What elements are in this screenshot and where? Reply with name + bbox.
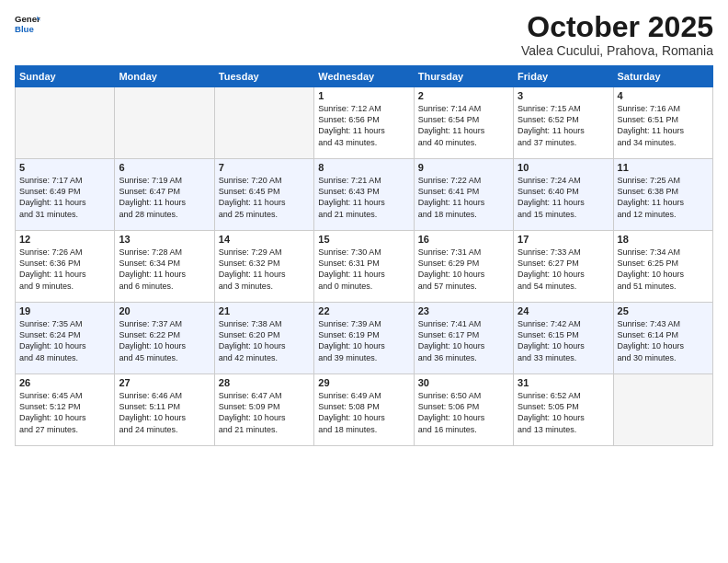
- calendar-cell: 11Sunrise: 7:25 AM Sunset: 6:38 PM Dayli…: [613, 159, 712, 231]
- weekday-header-monday: Monday: [115, 66, 214, 87]
- day-number: 14: [219, 234, 310, 245]
- month-title: October 2025: [521, 11, 713, 43]
- calendar-cell: 27Sunrise: 6:46 AM Sunset: 5:11 PM Dayli…: [115, 374, 214, 446]
- svg-text:Blue: Blue: [15, 24, 34, 34]
- day-number: 16: [418, 234, 509, 245]
- day-number: 25: [618, 305, 709, 316]
- calendar-cell: 16Sunrise: 7:31 AM Sunset: 6:29 PM Dayli…: [414, 231, 513, 303]
- day-number: 17: [518, 234, 609, 245]
- title-block: October 2025 Valea Cucului, Prahova, Rom…: [521, 11, 713, 58]
- calendar-cell: [115, 87, 214, 159]
- day-number: 30: [418, 377, 509, 388]
- weekday-header-friday: Friday: [514, 66, 613, 87]
- cell-info: Sunrise: 6:45 AM Sunset: 5:12 PM Dayligh…: [19, 390, 110, 435]
- calendar-cell: 23Sunrise: 7:41 AM Sunset: 6:17 PM Dayli…: [414, 303, 513, 374]
- cell-info: Sunrise: 6:52 AM Sunset: 5:05 PM Dayligh…: [518, 390, 609, 435]
- cell-info: Sunrise: 7:31 AM Sunset: 6:29 PM Dayligh…: [418, 247, 509, 292]
- calendar-table: SundayMondayTuesdayWednesdayThursdayFrid…: [15, 65, 713, 446]
- calendar-cell: 22Sunrise: 7:39 AM Sunset: 6:19 PM Dayli…: [314, 303, 414, 374]
- day-number: 4: [618, 90, 709, 101]
- cell-info: Sunrise: 7:35 AM Sunset: 6:24 PM Dayligh…: [19, 318, 110, 363]
- calendar-cell: 28Sunrise: 6:47 AM Sunset: 5:09 PM Dayli…: [214, 374, 313, 446]
- calendar-cell: 4Sunrise: 7:16 AM Sunset: 6:51 PM Daylig…: [613, 87, 712, 159]
- cell-info: Sunrise: 7:42 AM Sunset: 6:15 PM Dayligh…: [518, 318, 609, 363]
- cell-info: Sunrise: 7:37 AM Sunset: 6:22 PM Dayligh…: [119, 318, 210, 363]
- calendar-cell: [16, 87, 115, 159]
- day-number: 24: [518, 305, 609, 316]
- day-number: 10: [518, 162, 609, 173]
- day-number: 8: [318, 162, 409, 173]
- cell-info: Sunrise: 7:16 AM Sunset: 6:51 PM Dayligh…: [618, 103, 709, 148]
- location-subtitle: Valea Cucului, Prahova, Romania: [521, 43, 713, 58]
- weekday-header-sunday: Sunday: [16, 66, 115, 87]
- day-number: 22: [318, 305, 409, 316]
- calendar-cell: 18Sunrise: 7:34 AM Sunset: 6:25 PM Dayli…: [613, 231, 712, 303]
- cell-info: Sunrise: 7:26 AM Sunset: 6:36 PM Dayligh…: [19, 247, 110, 292]
- cell-info: Sunrise: 7:20 AM Sunset: 6:45 PM Dayligh…: [219, 175, 310, 220]
- cell-info: Sunrise: 6:49 AM Sunset: 5:08 PM Dayligh…: [318, 390, 409, 435]
- week-row-1: 5Sunrise: 7:17 AM Sunset: 6:49 PM Daylig…: [16, 159, 713, 231]
- cell-info: Sunrise: 6:47 AM Sunset: 5:09 PM Dayligh…: [219, 390, 310, 435]
- calendar-cell: 17Sunrise: 7:33 AM Sunset: 6:27 PM Dayli…: [514, 231, 613, 303]
- calendar-cell: 29Sunrise: 6:49 AM Sunset: 5:08 PM Dayli…: [314, 374, 414, 446]
- weekday-header-saturday: Saturday: [613, 66, 712, 87]
- cell-info: Sunrise: 7:29 AM Sunset: 6:32 PM Dayligh…: [219, 247, 310, 292]
- calendar-cell: [613, 374, 712, 446]
- cell-info: Sunrise: 7:38 AM Sunset: 6:20 PM Dayligh…: [219, 318, 310, 363]
- day-number: 12: [19, 234, 110, 245]
- calendar-cell: 26Sunrise: 6:45 AM Sunset: 5:12 PM Dayli…: [16, 374, 115, 446]
- calendar-cell: 21Sunrise: 7:38 AM Sunset: 6:20 PM Dayli…: [214, 303, 313, 374]
- cell-info: Sunrise: 7:30 AM Sunset: 6:31 PM Dayligh…: [318, 247, 409, 292]
- week-row-4: 26Sunrise: 6:45 AM Sunset: 5:12 PM Dayli…: [16, 374, 713, 446]
- calendar-cell: 12Sunrise: 7:26 AM Sunset: 6:36 PM Dayli…: [16, 231, 115, 303]
- week-row-3: 19Sunrise: 7:35 AM Sunset: 6:24 PM Dayli…: [16, 303, 713, 374]
- day-number: 2: [418, 90, 509, 101]
- calendar-cell: 2Sunrise: 7:14 AM Sunset: 6:54 PM Daylig…: [414, 87, 513, 159]
- calendar-cell: 14Sunrise: 7:29 AM Sunset: 6:32 PM Dayli…: [214, 231, 313, 303]
- calendar-cell: 25Sunrise: 7:43 AM Sunset: 6:14 PM Dayli…: [613, 303, 712, 374]
- day-number: 5: [19, 162, 110, 173]
- calendar-cell: 30Sunrise: 6:50 AM Sunset: 5:06 PM Dayli…: [414, 374, 513, 446]
- cell-info: Sunrise: 7:33 AM Sunset: 6:27 PM Dayligh…: [518, 247, 609, 292]
- day-number: 31: [518, 377, 609, 388]
- calendar-cell: 10Sunrise: 7:24 AM Sunset: 6:40 PM Dayli…: [514, 159, 613, 231]
- day-number: 1: [318, 90, 409, 101]
- svg-text:General: General: [15, 14, 40, 24]
- calendar-cell: [214, 87, 313, 159]
- day-number: 27: [119, 377, 210, 388]
- header: General Blue October 2025 Valea Cucului,…: [15, 11, 713, 58]
- cell-info: Sunrise: 6:46 AM Sunset: 5:11 PM Dayligh…: [119, 390, 210, 435]
- weekday-header-thursday: Thursday: [414, 66, 513, 87]
- calendar-cell: 6Sunrise: 7:19 AM Sunset: 6:47 PM Daylig…: [115, 159, 214, 231]
- day-number: 23: [418, 305, 509, 316]
- calendar-cell: 7Sunrise: 7:20 AM Sunset: 6:45 PM Daylig…: [214, 159, 313, 231]
- weekday-header-tuesday: Tuesday: [214, 66, 313, 87]
- day-number: 18: [618, 234, 709, 245]
- cell-info: Sunrise: 7:24 AM Sunset: 6:40 PM Dayligh…: [518, 175, 609, 220]
- calendar-cell: 13Sunrise: 7:28 AM Sunset: 6:34 PM Dayli…: [115, 231, 214, 303]
- calendar-cell: 31Sunrise: 6:52 AM Sunset: 5:05 PM Dayli…: [514, 374, 613, 446]
- week-row-2: 12Sunrise: 7:26 AM Sunset: 6:36 PM Dayli…: [16, 231, 713, 303]
- calendar-cell: 9Sunrise: 7:22 AM Sunset: 6:41 PM Daylig…: [414, 159, 513, 231]
- day-number: 13: [119, 234, 210, 245]
- day-number: 11: [618, 162, 709, 173]
- cell-info: Sunrise: 7:17 AM Sunset: 6:49 PM Dayligh…: [19, 175, 110, 220]
- calendar-cell: 19Sunrise: 7:35 AM Sunset: 6:24 PM Dayli…: [16, 303, 115, 374]
- cell-info: Sunrise: 7:39 AM Sunset: 6:19 PM Dayligh…: [318, 318, 409, 363]
- day-number: 15: [318, 234, 409, 245]
- cell-info: Sunrise: 7:41 AM Sunset: 6:17 PM Dayligh…: [418, 318, 509, 363]
- calendar-cell: 15Sunrise: 7:30 AM Sunset: 6:31 PM Dayli…: [314, 231, 414, 303]
- day-number: 6: [119, 162, 210, 173]
- cell-info: Sunrise: 7:22 AM Sunset: 6:41 PM Dayligh…: [418, 175, 509, 220]
- day-number: 21: [219, 305, 310, 316]
- cell-info: Sunrise: 7:12 AM Sunset: 6:56 PM Dayligh…: [318, 103, 409, 148]
- page: General Blue October 2025 Valea Cucului,…: [0, 0, 728, 563]
- cell-info: Sunrise: 7:14 AM Sunset: 6:54 PM Dayligh…: [418, 103, 509, 148]
- cell-info: Sunrise: 6:50 AM Sunset: 5:06 PM Dayligh…: [418, 390, 509, 435]
- day-number: 20: [119, 305, 210, 316]
- calendar-cell: 3Sunrise: 7:15 AM Sunset: 6:52 PM Daylig…: [514, 87, 613, 159]
- cell-info: Sunrise: 7:19 AM Sunset: 6:47 PM Dayligh…: [119, 175, 210, 220]
- day-number: 26: [19, 377, 110, 388]
- cell-info: Sunrise: 7:15 AM Sunset: 6:52 PM Dayligh…: [518, 103, 609, 148]
- weekday-header-wednesday: Wednesday: [314, 66, 414, 87]
